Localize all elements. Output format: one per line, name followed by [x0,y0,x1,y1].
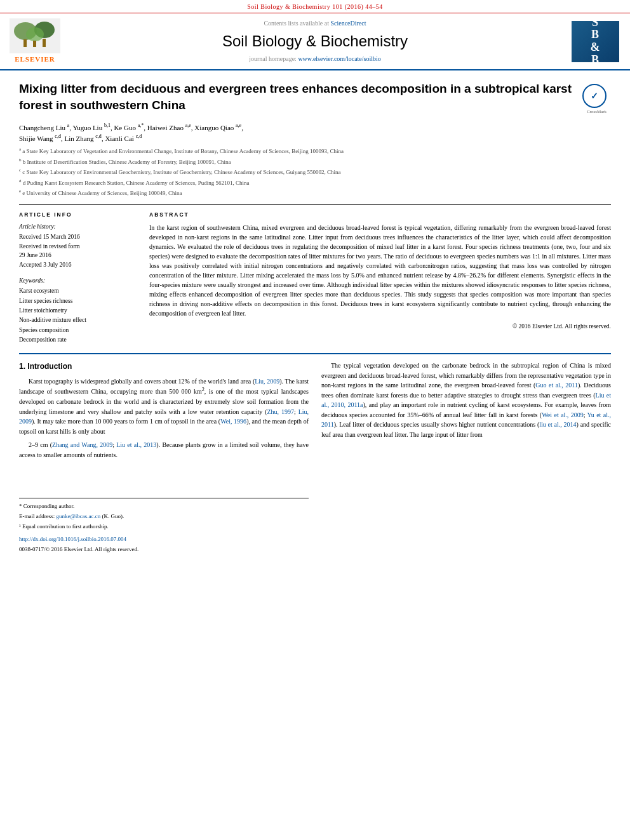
affiliation-d: d d Puding Karst Ecosystem Research Stat… [19,178,611,188]
article-history: Article history: Received 15 March 2016 … [19,223,137,269]
intro-para-1: Karst topography is widespread globally … [19,377,309,436]
keyword-1: Karst ecosystem [19,287,137,295]
copyright-line: © 2016 Elsevier Ltd. All rights reserved… [149,322,611,331]
journal-logo-box: SB&B [572,21,619,62]
keywords-label: Keywords: [19,277,137,285]
issn-line: 0038-0717/© 2016 Elsevier Ltd. All right… [19,545,309,554]
journal-name: Soil Biology & Biochemistry [76,30,554,52]
intro-heading: 1. Introduction [19,361,309,373]
journal-header: ELSEVIER Contents lists available at Sci… [0,13,630,70]
authors-line: Changcheng Liu a, Yuguo Liu b,1, Ke Guo … [19,122,611,143]
body-two-col: 1. Introduction Karst topography is wide… [19,353,611,554]
elsevier-brand: ELSEVIER [15,55,55,64]
page: Soil Biology & Biochemistry 101 (2016) 4… [0,0,630,840]
keyword-4: Non-additive mixture effect [19,316,137,324]
journal-homepage: journal homepage: www.elsevier.com/locat… [76,55,554,63]
article-title-section: Mixing litter from deciduous and evergre… [19,81,611,116]
received-date: Received 15 March 2016 [19,233,137,241]
keywords-section: Keywords: Karst ecosystem Litter species… [19,277,137,344]
footnote-area: * Corresponding author. E-mail address: … [19,498,309,531]
svg-rect-4 [23,39,27,47]
journal-citation: Soil Biology & Biochemistry 101 (2016) 4… [247,3,383,10]
article-info-label: ARTICLE INFO [19,211,137,219]
history-label: Article history: [19,223,137,231]
tree-illustration [10,18,60,53]
body-col-left: 1. Introduction Karst topography is wide… [19,361,309,554]
body-col-right: The typical vegetation developed on the … [321,361,611,554]
journal-logo-right: SB&B [566,21,624,62]
article-info-column: ARTICLE INFO Article history: Received 1… [19,211,137,345]
crossmark-icon[interactable] [582,84,607,108]
affiliation-a: a a State Key Laboratory of Vegetation a… [19,146,611,156]
right-para-1: The typical vegetation developed on the … [321,361,611,439]
crossmark-label: CrossMark [582,109,611,116]
article-content: Mixing litter from deciduous and evergre… [0,70,630,560]
abstract-text: In the karst region of southwestern Chin… [149,223,611,331]
elsevier-logo: ELSEVIER [6,18,64,64]
two-col-info-abstract: ARTICLE INFO Article history: Received 1… [19,204,611,345]
science-direct-link: Contents lists available at ScienceDirec… [76,19,554,28]
affiliations: a a State Key Laboratory of Vegetation a… [19,146,611,198]
affiliation-c: c c State Key Laboratory of Environmenta… [19,167,611,177]
journal-url[interactable]: www.elsevier.com/locate/soilbio [298,55,380,62]
email-note: E-mail address: gunke@ibcas.ac.cn (K. Gu… [19,512,309,521]
science-direct-anchor[interactable]: ScienceDirect [330,20,366,27]
abstract-label: ABSTRACT [149,211,611,219]
keyword-3: Litter stoichiometry [19,307,137,315]
article-title: Mixing litter from deciduous and evergre… [19,81,576,113]
keyword-5: Species composition [19,326,137,335]
svg-rect-6 [33,41,36,47]
svg-rect-5 [43,39,46,47]
journal-title-area: Contents lists available at ScienceDirec… [64,19,566,63]
abstract-paragraph: In the karst region of southwestern Chin… [149,223,611,318]
email-link[interactable]: gunke@ibcas.ac.cn [56,513,100,519]
crossmark: CrossMark [582,84,611,116]
svg-point-3 [26,27,44,41]
intro-para-2: 2–9 cm (Zhang and Wang, 2009; Liu et al.… [19,440,309,460]
affiliation-b: b b Institute of Desertification Studies… [19,157,611,167]
corresponding-note: * Corresponding author. [19,502,309,511]
equal-contrib-note: ¹ Equal contribution to first authorship… [19,523,309,531]
doi-line: http://dx.doi.org/10.1016/j.soilbio.2016… [19,535,309,544]
abstract-column: ABSTRACT In the karst region of southwes… [149,211,611,345]
keyword-6: Decomposition rate [19,336,137,344]
doi-link[interactable]: http://dx.doi.org/10.1016/j.soilbio.2016… [19,536,126,542]
keyword-2: Litter species richness [19,297,137,305]
revised-date: Received in revised formReceived in revi… [19,243,137,260]
affiliation-e: e e University of Chinese Academy of Sci… [19,188,611,198]
journal-top-bar: Soil Biology & Biochemistry 101 (2016) 4… [0,0,630,13]
accepted-date: Accepted 3 July 2016 [19,261,137,269]
